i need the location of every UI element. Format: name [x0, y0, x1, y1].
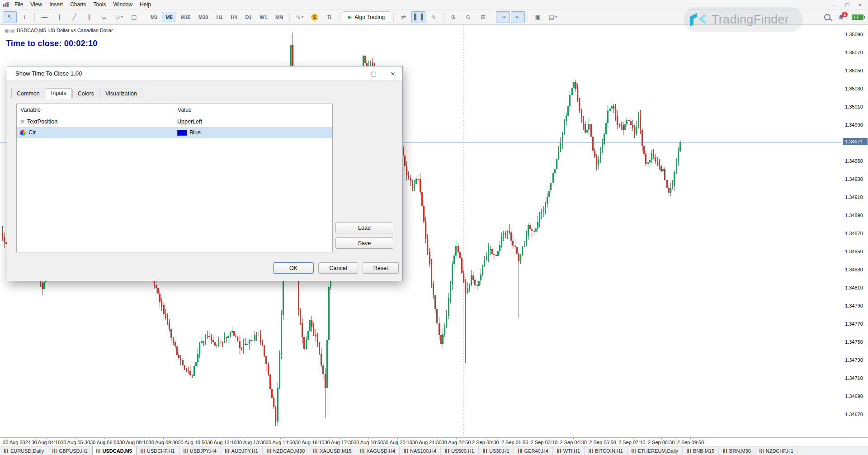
dialog-tab-visualization[interactable]: Visualization	[100, 89, 142, 98]
chart-tab-label: NZDCHF,H1	[766, 448, 793, 454]
time-axis-label: 2 Sep 07:10	[618, 440, 645, 445]
chart-tab-brn-m30[interactable]: BRN,M30	[719, 446, 755, 455]
dialog-tab-inputs[interactable]: Inputs	[46, 88, 72, 99]
timeframe-m5-button[interactable]: M5	[162, 12, 176, 22]
timeframe-w1-button[interactable]: W1	[256, 12, 271, 22]
order-arrows-icon: ⇄	[401, 14, 406, 20]
chart-symbol-header: ▦▤ USDCAD,M5 US Dollar vs Canadian Dolla…	[5, 28, 113, 33]
chart-tab-ger40-h4[interactable]: GER40,H4	[514, 446, 553, 455]
fibonacci-tool-button[interactable]: ≡	[97, 11, 111, 23]
timeframe-h1-button[interactable]: H1	[212, 12, 226, 22]
shapes-tool-button[interactable]: ◇▾	[112, 11, 126, 23]
symbols-button[interactable]: $	[307, 11, 321, 23]
timeframe-m15-button[interactable]: M15	[177, 12, 194, 22]
vertical-line-tool-button[interactable]: |	[52, 11, 66, 23]
reset-button[interactable]: Reset	[363, 262, 399, 274]
chart-tab-xauusd-m15[interactable]: XAUUSD,M15	[309, 446, 356, 455]
dialog-tab-common[interactable]: Common	[11, 89, 45, 98]
chart-tab-label: BRN,M30	[729, 448, 751, 454]
time-axis-tick	[46, 438, 47, 439]
menu-item-tools[interactable]: Tools	[90, 0, 110, 9]
app-icon[interactable]	[3, 1, 9, 8]
dialog-title-bar[interactable]: Show Time To Close 1.00 –□×	[7, 66, 402, 81]
timeframe-d1-button[interactable]: D1	[242, 12, 255, 22]
chart-tab-us500-h1[interactable]: US500,H1	[441, 446, 479, 455]
tile-windows-button[interactable]: ⊞	[476, 11, 490, 23]
inputs-row-clr[interactable]: ClrBlue	[17, 127, 332, 138]
menu-item-charts[interactable]: Charts	[66, 0, 90, 9]
dialog-maximize-button[interactable]: □	[364, 66, 383, 80]
zoom-in-button[interactable]: ⊕	[446, 11, 460, 23]
time-axis-tick	[17, 438, 17, 439]
timeframe-m30-button[interactable]: M30	[195, 12, 212, 22]
depth-of-market-button[interactable]: ▌▐	[411, 11, 425, 23]
variable-cell: ⚙TextPosition	[17, 116, 174, 127]
screenshot-button[interactable]: ▣	[531, 11, 545, 23]
chart-tab-nas100-h4[interactable]: NAS100,H4	[400, 446, 441, 455]
chart-tab-usdjpy-h4[interactable]: USDJPY,H4	[179, 446, 221, 455]
text-frame-tool-button[interactable]: □	[127, 11, 141, 23]
ok-button[interactable]: OK	[273, 262, 314, 274]
window-minimize-button[interactable]: –	[828, 2, 841, 8]
chart-tab-us30-h1[interactable]: US30,H1	[479, 446, 514, 455]
chart-tab-nzdchf-h1[interactable]: NZDCHF,H1	[755, 446, 798, 455]
chart-tab-audjpy-h1[interactable]: AUDJPY,H1	[221, 446, 263, 455]
timeframe-m1-button[interactable]: M1	[147, 12, 161, 22]
load-button[interactable]: Load	[335, 222, 393, 233]
time-axis[interactable]: 30 Aug 202430 Aug 04:1030 Aug 05:3030 Au…	[0, 437, 868, 446]
camera-icon: ▣	[535, 14, 541, 20]
inputs-table[interactable]: VariableValue ⚙TextPositionUpperLeftClrB…	[16, 104, 333, 252]
mini-chart-icon	[687, 449, 691, 453]
dropdown-caret-icon: ▾	[555, 15, 557, 19]
window-maximize-button[interactable]: ▢	[841, 2, 854, 8]
chart-tab-gbpusd-h1[interactable]: GBPUSD,H1	[48, 446, 92, 455]
menu-item-view[interactable]: View	[27, 0, 46, 9]
cursor-tool-button[interactable]: ↖	[3, 11, 17, 23]
save-button[interactable]: Save	[335, 237, 393, 249]
tick-chart-button[interactable]: ⇅	[322, 11, 336, 23]
price-axis[interactable]: 1.34971 1.350901.350701.350501.350301.35…	[842, 25, 868, 437]
menu-item-window[interactable]: Window	[110, 0, 137, 9]
window-close-button[interactable]: ×	[854, 2, 866, 8]
zoom-out-button[interactable]: ⊖	[461, 11, 475, 23]
menu-item-file[interactable]: File	[11, 0, 27, 9]
chart-tab-xagusd-h4[interactable]: XAGUSD,H4	[356, 446, 400, 455]
mt5-window: FileViewInsertChartsToolsWindowHelp –▢× …	[0, 0, 868, 455]
toolbar-right: 1	[824, 9, 863, 25]
tick-history-button[interactable]: ∿	[426, 11, 440, 23]
inputs-row-textposition[interactable]: ⚙TextPositionUpperLeft	[17, 116, 332, 127]
crosshair-tool-button[interactable]: +	[18, 11, 32, 23]
channel-tool-button[interactable]: ∥	[82, 11, 96, 23]
chart-tab-usdcad-m5[interactable]: USDCAD,M5	[92, 446, 137, 455]
time-axis-tick	[104, 438, 105, 439]
menu-item-insert[interactable]: Insert	[46, 0, 66, 9]
time-axis-label: 30 Aug 12:10	[207, 440, 236, 445]
chart-tab-eurusd-daily[interactable]: EURUSD,Daily	[0, 446, 48, 455]
chart-tab-usdchf-h1[interactable]: USDCHF,H1	[137, 446, 179, 455]
search-icon[interactable]	[824, 14, 830, 20]
algo-trading-button[interactable]: ▶Algo Trading	[343, 11, 390, 23]
trendline-tool-button[interactable]: ╱	[67, 11, 81, 23]
dialog-minimize-button[interactable]: –	[345, 66, 364, 80]
time-axis-label: 30 Aug 17:30	[324, 440, 354, 445]
chart-tab-bitcoin-h1[interactable]: BITCOIN,H1	[585, 446, 627, 455]
dialog-tab-colors[interactable]: Colors	[72, 89, 99, 98]
chart-shift-button[interactable]: ⇤	[511, 11, 525, 23]
chart-tab-label: XAGUSD,H4	[367, 448, 396, 454]
timeframe-mn-button[interactable]: MN	[272, 12, 287, 22]
chart-tab-bnb-m15[interactable]: BNB,M15	[683, 446, 719, 455]
new-order-button[interactable]: ⇄	[396, 11, 410, 23]
dialog-close-button[interactable]: ×	[383, 66, 402, 80]
chart-style-button[interactable]: ▤▾	[546, 11, 560, 23]
horizontal-line-tool-button[interactable]: ―	[38, 11, 52, 23]
chart-tab-wti-h1[interactable]: WTI,H1	[553, 446, 585, 455]
notifications-button[interactable]: 1	[838, 14, 844, 21]
auto-scroll-button[interactable]: ⇥	[496, 11, 510, 23]
menu-item-help[interactable]: Help	[136, 0, 155, 9]
time-axis-label: 2 Sep 03:10	[531, 440, 557, 445]
timeframe-h4-button[interactable]: H4	[227, 12, 241, 22]
chart-tab-ethereum-daily[interactable]: ETHEREUM,Daily	[627, 446, 683, 455]
indicators-button[interactable]: ∿▾	[292, 11, 307, 23]
cancel-button[interactable]: Cancel	[318, 262, 358, 274]
chart-tab-nzdcad-m30[interactable]: NZDCAD,M30	[263, 446, 309, 455]
